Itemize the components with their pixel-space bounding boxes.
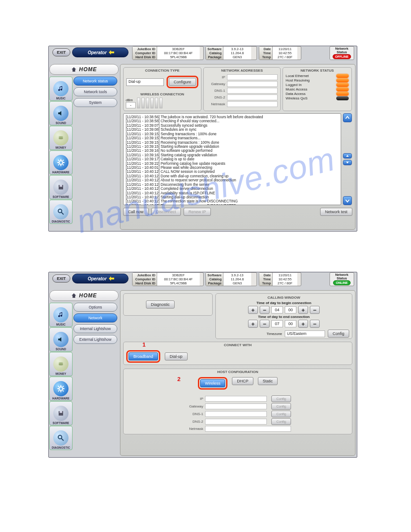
scroll-up-button[interactable] [343, 113, 352, 122]
tab-money[interactable]: MONEY [49, 352, 73, 376]
host-netmask[interactable] [205, 426, 291, 432]
static-button[interactable]: Static [258, 377, 278, 385]
host-gateway[interactable] [205, 403, 267, 409]
gear-icon [57, 159, 65, 167]
speaker-icon [57, 336, 64, 343]
connection-type-value: Dial-up [126, 78, 164, 86]
dialup-button[interactable]: Dial-up [165, 352, 188, 360]
timezone-value: US/Eastern [285, 330, 325, 337]
disconnect-button[interactable]: Disconnect [151, 208, 181, 216]
dhcp-button[interactable]: DHCP [232, 377, 253, 385]
tab-hardware[interactable]: HARDWARE [49, 150, 73, 175]
scroll-step-down-button[interactable] [343, 160, 352, 165]
music-icon [57, 311, 64, 318]
subnav-network-status[interactable]: Network status [73, 77, 117, 86]
ip-value [227, 74, 278, 80]
led-music-access [336, 87, 349, 91]
ip-config-button[interactable]: Config [271, 395, 291, 402]
tab-sound[interactable]: SOUND [49, 101, 73, 125]
disk-icon [57, 184, 64, 191]
tab-sound[interactable]: SOUND [49, 327, 73, 352]
wireless-button[interactable]: Wireless [200, 379, 226, 387]
network-test-button[interactable]: Network test [320, 208, 352, 216]
scroll-step-up-button[interactable] [343, 153, 352, 159]
configure-button[interactable]: Configure [169, 78, 196, 86]
tab-software[interactable]: SOFTWARE [49, 401, 73, 425]
led-host-resolving [336, 78, 349, 82]
subnav-internal-lightshow[interactable]: Internal Lightshow [73, 324, 117, 333]
led-wireless-qos [336, 96, 349, 100]
home-icon [71, 67, 77, 72]
exit-button[interactable]: EXIT [52, 275, 70, 283]
svg-point-8 [59, 364, 63, 365]
log-output: [11/20/11 - 10:38:56] The jukebox is now… [123, 113, 341, 205]
subnav-external-lightshow[interactable]: External Lightshow [73, 335, 117, 344]
status-online: ONLINE [333, 280, 350, 285]
subnav-network[interactable]: Network [73, 313, 117, 322]
begin-hour-plus[interactable]: + [248, 306, 258, 314]
subnav-options[interactable]: Options [73, 303, 117, 312]
begin-min-plus[interactable]: + [298, 306, 308, 314]
operator-badge: Operator [72, 47, 128, 57]
magnifier-icon [57, 434, 65, 442]
gateway-value [227, 81, 278, 87]
tab-money[interactable]: MONEY [49, 126, 73, 150]
signal-bar [146, 98, 149, 108]
led-local-ethernet [336, 74, 349, 78]
end-min-minus[interactable]: − [310, 320, 320, 328]
broadband-button[interactable]: Broadband [128, 352, 158, 360]
svg-point-12 [58, 435, 62, 439]
end-hour-minus[interactable]: − [260, 320, 270, 328]
host-dns1[interactable] [205, 411, 267, 417]
tab-hardware[interactable]: HARDWARE [49, 377, 73, 401]
signal-bar [155, 98, 158, 108]
begin-hour: 04 [271, 306, 283, 313]
exit-button[interactable]: EXIT [52, 48, 70, 56]
diagnostic-button[interactable]: Diagnostic [146, 300, 175, 309]
dns1-value [227, 88, 278, 94]
signal-bar [159, 98, 163, 108]
info-datetime: DateTimeTemp 11/20/1110:42:5527C / 80F [259, 272, 301, 286]
begin-hour-minus[interactable]: − [260, 306, 270, 314]
tab-software[interactable]: SOFTWARE [49, 175, 73, 199]
tab-diagnostic[interactable]: DIAGNOSTIC [49, 426, 73, 450]
end-hour-plus[interactable]: + [248, 320, 258, 328]
scroll-down-button[interactable] [343, 196, 352, 205]
svg-rect-4 [60, 185, 62, 187]
end-min-plus[interactable]: + [298, 320, 308, 328]
tab-diagnostic[interactable]: DIAGNOSTIC [49, 200, 73, 224]
host-ip[interactable] [205, 396, 267, 402]
coins-icon [57, 134, 64, 142]
renew-ip-button[interactable]: Renew IP [184, 208, 211, 216]
gear-icon [57, 385, 65, 393]
panel-calling-window: CALLING WINDOW Time of day to begin conn… [215, 293, 352, 339]
music-icon [57, 85, 64, 92]
host-dns2[interactable] [205, 419, 267, 425]
network-status-box: Network Status ONLINE [330, 272, 354, 286]
gateway-config-button[interactable]: Config [271, 403, 291, 410]
magnifier-icon [57, 208, 65, 216]
panel-host-config: HOST CONFIGURATION 2 Wireless DHCP Stati… [123, 369, 352, 434]
dns1-config-button[interactable]: Config [271, 411, 291, 417]
panel-connection-type: CONNECTION TYPE Dial-up Configure WIRELE… [123, 67, 201, 111]
screenshot-network-config: EXIT Operator JukeBox IDComputer IDHard … [48, 272, 357, 458]
call-now-button[interactable]: Call now [123, 208, 149, 216]
subnav-system[interactable]: System [73, 98, 117, 107]
panel-connect-with: 1 CONNECT WITH Broadband Dial-up [123, 342, 352, 365]
home-bar[interactable]: HOME [49, 64, 119, 75]
info-jukebox: JukeBox IDComputer IDHard Disk ID 3DB2EF… [132, 46, 204, 60]
subnav-network-tools[interactable]: Network tools [73, 87, 117, 96]
highlight-wireless: Wireless [198, 377, 228, 390]
svg-line-6 [61, 212, 64, 215]
dns2-config-button[interactable]: Config [271, 418, 291, 425]
begin-min-minus[interactable]: − [310, 306, 320, 314]
home-bar[interactable]: HOME [49, 290, 119, 301]
dbm-value: - [126, 102, 136, 108]
tab-music[interactable]: MUSIC [49, 77, 73, 101]
timezone-config-button[interactable]: Config [328, 330, 349, 338]
tab-music[interactable]: MUSIC [49, 303, 73, 327]
info-software: SoftwareCatalogPackage 3.9.2-1311.264.8G… [206, 46, 257, 60]
info-datetime: DateTimeTemp 11/20/1110:42:5527C / 80F [259, 46, 301, 60]
panel-network-status: NETWORK STATUS Local Ethernet Host Resol… [283, 67, 352, 111]
signal-bar [150, 98, 154, 108]
